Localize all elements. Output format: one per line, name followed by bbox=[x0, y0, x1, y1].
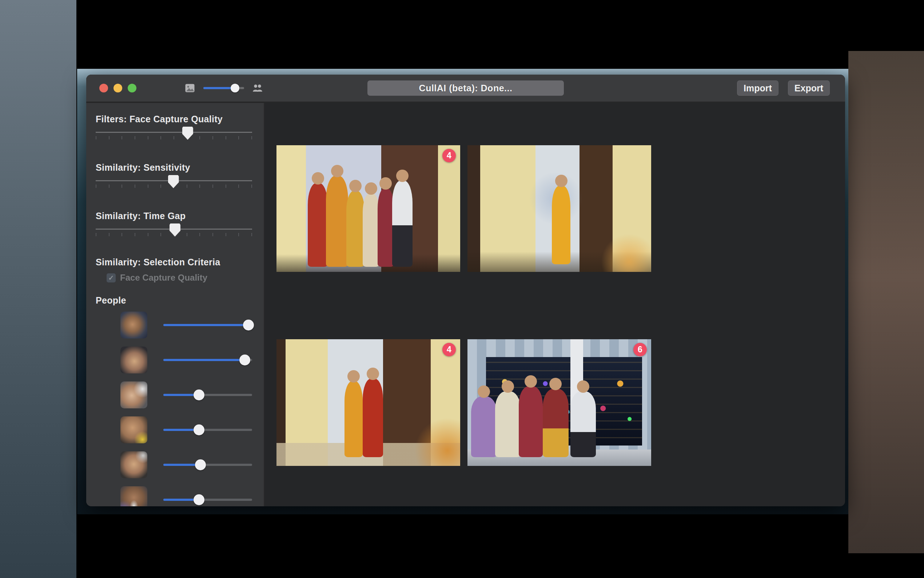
image-icon bbox=[184, 83, 195, 94]
person-row bbox=[120, 451, 254, 478]
filter-face-quality-label: Filters: Face Capture Quality bbox=[95, 114, 254, 125]
thumbnail-size-slider-fill bbox=[203, 87, 235, 89]
similarity-timegap-slider[interactable] bbox=[95, 225, 254, 241]
zoom-button[interactable] bbox=[128, 84, 136, 93]
face-quality-checkbox-label: Face Capture Quality bbox=[120, 273, 207, 283]
slider-thumb[interactable] bbox=[194, 424, 204, 435]
slider-thumb[interactable] bbox=[239, 354, 250, 365]
photo-thumbnail[interactable]: 4 bbox=[277, 145, 460, 272]
slider-thumb[interactable] bbox=[195, 459, 206, 470]
close-button[interactable] bbox=[99, 84, 108, 93]
person-weight-slider[interactable] bbox=[163, 424, 252, 435]
traffic-lights bbox=[99, 84, 136, 93]
person-row bbox=[120, 382, 254, 408]
thumbnail-size-slider-thumb[interactable] bbox=[231, 84, 239, 93]
group-count-badge: 6 bbox=[633, 343, 647, 356]
photo-grid: 4 4 bbox=[277, 145, 841, 506]
person-weight-slider[interactable] bbox=[163, 354, 252, 365]
slider-thumb[interactable] bbox=[243, 320, 254, 331]
photo-thumbnail[interactable] bbox=[468, 145, 651, 272]
import-button[interactable]: Import bbox=[737, 80, 778, 96]
photo-thumbnail[interactable]: 6 bbox=[468, 339, 651, 466]
person-avatar[interactable] bbox=[120, 486, 147, 506]
thumbnail-size-slider[interactable] bbox=[203, 87, 244, 89]
slider-fill bbox=[163, 359, 245, 361]
person-weight-slider[interactable] bbox=[163, 459, 252, 470]
person-row bbox=[120, 346, 254, 373]
face-quality-checkbox-row: ✓ Face Capture Quality bbox=[107, 273, 254, 283]
person-avatar[interactable] bbox=[120, 346, 147, 373]
person-weight-slider[interactable] bbox=[163, 390, 252, 400]
group-count-badge: 4 bbox=[442, 149, 456, 162]
people-section-label: People bbox=[95, 295, 254, 306]
slider-track bbox=[95, 132, 252, 133]
slider-thumb[interactable] bbox=[194, 494, 204, 505]
thumbnail-size-control bbox=[184, 83, 263, 94]
ambient-left-band bbox=[0, 0, 76, 578]
window-title-status: CullAI (beta): Done... bbox=[367, 80, 564, 96]
minimize-button[interactable] bbox=[113, 84, 122, 93]
filter-face-quality-slider[interactable] bbox=[95, 128, 254, 144]
toolbar-buttons: Import Export bbox=[737, 80, 830, 96]
person-avatar[interactable] bbox=[120, 312, 147, 338]
face-quality-checkbox[interactable]: ✓ bbox=[107, 273, 116, 283]
filters-sidebar: Filters: Face Capture Quality Similarity… bbox=[86, 103, 264, 506]
person-weight-slider[interactable] bbox=[163, 320, 252, 331]
person-weight-slider[interactable] bbox=[163, 494, 252, 505]
person-avatar[interactable] bbox=[120, 382, 147, 408]
export-button[interactable]: Export bbox=[788, 80, 830, 96]
person-avatar[interactable] bbox=[120, 416, 147, 443]
person-row bbox=[120, 416, 254, 443]
person-row bbox=[120, 312, 254, 338]
slider-ticks bbox=[95, 136, 252, 140]
title-bar: CullAI (beta): Done... Import Export bbox=[86, 75, 845, 102]
photo-grid-area: 4 4 bbox=[264, 103, 845, 506]
selection-criteria-label: Similarity: Selection Criteria bbox=[95, 257, 254, 268]
slider-fill bbox=[163, 324, 248, 326]
slider-thumb[interactable] bbox=[194, 390, 204, 400]
similarity-timegap-label: Similarity: Time Gap bbox=[95, 211, 254, 221]
app-window: CullAI (beta): Done... Import Export Fil… bbox=[86, 75, 845, 506]
photo-thumbnail[interactable]: 4 bbox=[277, 339, 460, 466]
people-group-icon bbox=[252, 83, 263, 94]
person-avatar[interactable] bbox=[120, 451, 147, 478]
similarity-sensitivity-label: Similarity: Sensitivity bbox=[95, 162, 254, 173]
ambient-right-band bbox=[848, 51, 924, 553]
group-count-badge: 4 bbox=[442, 343, 456, 356]
person-row bbox=[120, 486, 254, 506]
similarity-sensitivity-slider[interactable] bbox=[95, 177, 254, 193]
